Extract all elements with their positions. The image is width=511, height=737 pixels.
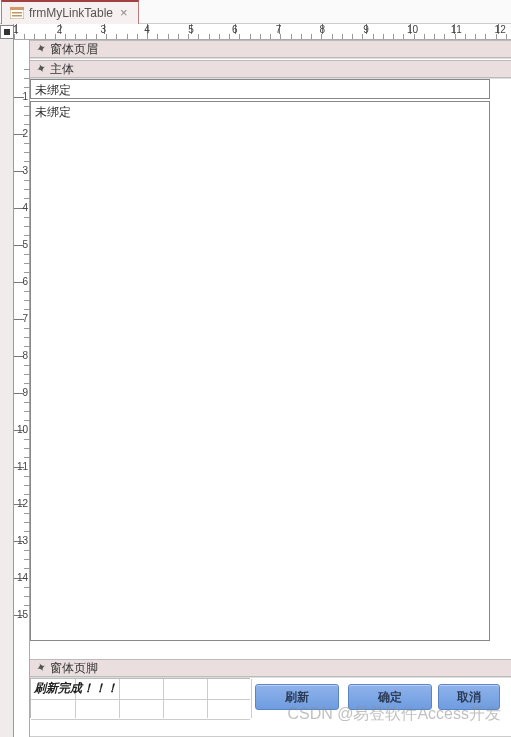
section-expand-icon: ✦: [34, 660, 48, 677]
svg-rect-3: [12, 15, 22, 17]
textbox-unbound-2[interactable]: 未绑定: [30, 101, 490, 641]
header-section[interactable]: [30, 58, 511, 60]
form-designer: 1 2 3 4 5 6 7 8 9 10 11 12 13 1234567891…: [0, 24, 511, 737]
form-selector[interactable]: [0, 25, 14, 39]
selector-column: [0, 24, 14, 737]
status-label: 刷新完成！！！: [34, 680, 118, 697]
detail-section[interactable]: 未绑定 未绑定: [30, 78, 511, 659]
section-expand-icon: ✦: [34, 41, 48, 58]
tab-row: frmMyLinkTable ×: [0, 0, 511, 24]
cancel-button[interactable]: 取消: [438, 684, 500, 710]
form-icon: [10, 7, 24, 19]
design-surface: ✦ 窗体页眉 ✦ 主体 未绑定 未绑定 ✦: [30, 40, 511, 737]
refresh-button[interactable]: 刷新: [255, 684, 339, 710]
ok-button[interactable]: 确定: [348, 684, 432, 710]
section-bar-detail[interactable]: ✦ 主体: [30, 60, 511, 78]
close-icon[interactable]: ×: [118, 5, 130, 20]
section-bar-footer[interactable]: ✦ 窗体页脚: [30, 659, 511, 677]
horizontal-ruler[interactable]: 1 2 3 4 5 6 7 8 9 10 11 12 13: [14, 24, 511, 40]
svg-rect-2: [12, 12, 22, 14]
section-header-label: 窗体页眉: [50, 41, 98, 58]
section-expand-icon: ✦: [34, 61, 48, 78]
footer-section[interactable]: 刷新完成！！！ 刷新 确定 取消: [30, 677, 511, 737]
svg-rect-1: [10, 7, 24, 10]
section-footer-label: 窗体页脚: [50, 660, 98, 677]
section-bar-header[interactable]: ✦ 窗体页眉: [30, 40, 511, 58]
tab-label: frmMyLinkTable: [29, 6, 113, 20]
vertical-ruler[interactable]: 123456789101112131415: [14, 40, 30, 737]
section-detail-label: 主体: [50, 61, 74, 78]
tab-frmmylinktable[interactable]: frmMyLinkTable ×: [1, 0, 139, 24]
textbox-unbound-1[interactable]: 未绑定: [30, 79, 490, 99]
